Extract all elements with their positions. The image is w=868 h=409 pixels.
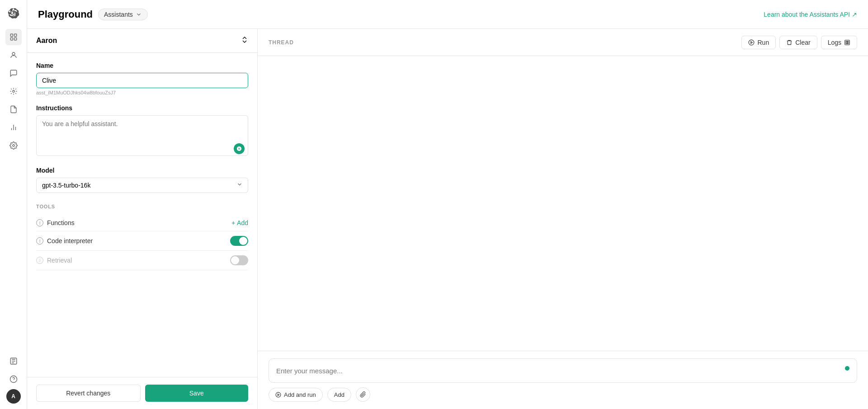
save-button[interactable]: Save xyxy=(145,385,249,402)
name-label: Name xyxy=(36,62,248,69)
attach-icon xyxy=(360,391,366,398)
assistant-header: Aaron xyxy=(27,29,257,53)
sidebar: A xyxy=(0,0,27,409)
sidebar-item-chat[interactable] xyxy=(5,65,22,81)
sidebar-item-docs[interactable] xyxy=(5,353,22,369)
svg-rect-0 xyxy=(10,34,13,36)
add-and-run-label: Add and run xyxy=(284,391,316,398)
add-message-button[interactable]: Add xyxy=(327,388,351,402)
instructions-input[interactable] xyxy=(36,115,248,156)
model-label: Model xyxy=(36,167,248,174)
body-layout: Aaron Name asst_iM1MuODJhks04w8bfouuZsJ7… xyxy=(27,29,868,409)
openai-logo-icon[interactable] xyxy=(5,5,22,22)
code-interpreter-tool-row: i Code interpreter xyxy=(36,231,248,251)
chevron-updown-icon[interactable] xyxy=(241,36,248,45)
sidebar-item-settings[interactable] xyxy=(5,137,22,154)
svg-point-18 xyxy=(276,392,281,397)
add-label: Add xyxy=(237,219,248,226)
retrieval-tool-row: i Retrieval xyxy=(36,251,248,270)
mode-selector[interactable]: Assistants xyxy=(98,9,148,20)
sidebar-item-files[interactable] xyxy=(5,101,22,118)
functions-tool-row: i Functions + Add xyxy=(36,215,248,231)
left-panel: Aaron Name asst_iM1MuODJhks04w8bfouuZsJ7… xyxy=(27,29,258,409)
retrieval-toggle[interactable] xyxy=(230,255,248,265)
top-header: Playground Assistants Learn about the As… xyxy=(27,0,868,29)
code-interpreter-toggle[interactable] xyxy=(230,236,248,246)
logs-label: Logs xyxy=(828,39,841,46)
sidebar-bottom: A xyxy=(5,353,22,404)
code-interpreter-label: Code interpreter xyxy=(47,237,93,244)
svg-marker-14 xyxy=(751,41,753,43)
learn-link-text: Learn about the Assistants API xyxy=(764,11,850,18)
functions-info-icon[interactable]: i xyxy=(36,219,43,226)
user-avatar[interactable]: A xyxy=(6,389,21,404)
clear-label: Clear xyxy=(795,39,810,46)
svg-rect-16 xyxy=(846,41,847,44)
instructions-field-group: Instructions xyxy=(36,104,248,158)
add-run-icon xyxy=(275,392,281,398)
svg-marker-19 xyxy=(278,394,279,395)
functions-tool-left: i Functions xyxy=(36,219,75,226)
sidebar-item-playground[interactable] xyxy=(5,29,22,45)
grammarly-icon[interactable] xyxy=(234,143,245,154)
clear-button[interactable]: Clear xyxy=(779,36,817,49)
left-panel-body: Name asst_iM1MuODJhks04w8bfouuZsJ7 Instr… xyxy=(27,53,257,377)
thread-label: THREAD xyxy=(269,39,294,46)
retrieval-label: Retrieval xyxy=(47,257,72,264)
svg-point-5 xyxy=(12,90,14,93)
add-label: Add xyxy=(334,391,344,398)
tools-label: TOOLS xyxy=(36,204,248,209)
svg-point-11 xyxy=(10,376,17,383)
name-field-group: Name asst_iM1MuODJhks04w8bfouuZsJ7 xyxy=(36,62,248,95)
sidebar-item-assistants[interactable] xyxy=(5,47,22,63)
logs-icon xyxy=(844,39,850,46)
clear-icon xyxy=(786,39,793,46)
plus-icon: + xyxy=(231,219,235,226)
run-button[interactable]: Run xyxy=(741,36,776,49)
retrieval-tool-left: i Retrieval xyxy=(36,257,72,264)
message-box xyxy=(269,358,857,383)
sidebar-item-finetune[interactable] xyxy=(5,83,22,99)
svg-point-9 xyxy=(12,145,14,147)
functions-add-button[interactable]: + Add xyxy=(231,219,248,226)
name-input[interactable] xyxy=(36,73,248,88)
svg-point-13 xyxy=(749,40,755,45)
header-right: Learn about the Assistants API ↗ xyxy=(764,11,857,18)
external-link-icon: ↗ xyxy=(852,11,857,18)
thread-header: THREAD Run Clear Logs xyxy=(258,29,868,56)
sidebar-item-help[interactable] xyxy=(5,371,22,387)
message-actions: Add and run Add xyxy=(269,387,857,402)
assistant-id: asst_iM1MuODJhks04w8bfouuZsJ7 xyxy=(36,90,248,95)
code-interpreter-tool-left: i Code interpreter xyxy=(36,237,93,244)
tools-section: TOOLS i Functions + Add xyxy=(36,204,248,270)
right-panel: THREAD Run Clear Logs xyxy=(258,29,868,409)
revert-changes-button[interactable]: Revert changes xyxy=(36,385,141,402)
functions-label: Functions xyxy=(47,219,75,226)
left-panel-footer: Revert changes Save xyxy=(27,377,257,409)
svg-rect-2 xyxy=(10,38,13,40)
sidebar-item-usage[interactable] xyxy=(5,119,22,136)
thread-body xyxy=(258,56,868,351)
code-interpreter-info-icon[interactable]: i xyxy=(36,237,43,244)
svg-rect-17 xyxy=(848,41,849,44)
mode-label: Assistants xyxy=(104,11,133,18)
run-icon xyxy=(748,39,755,46)
message-input[interactable] xyxy=(276,365,849,376)
add-and-run-button[interactable]: Add and run xyxy=(269,388,323,402)
model-select-wrapper: gpt-3.5-turbo-16k xyxy=(36,178,248,193)
retrieval-info-icon[interactable]: i xyxy=(36,257,43,264)
main-content: Playground Assistants Learn about the As… xyxy=(27,0,868,409)
assistant-name-display: Aaron xyxy=(36,37,57,45)
run-label: Run xyxy=(757,39,769,46)
instructions-wrapper xyxy=(36,115,248,158)
page-title: Playground xyxy=(38,9,93,20)
svg-rect-3 xyxy=(14,38,16,40)
svg-rect-1 xyxy=(14,34,16,36)
attach-button[interactable] xyxy=(356,387,370,402)
logs-button[interactable]: Logs xyxy=(821,36,857,49)
thread-actions: Run Clear Logs xyxy=(741,36,857,49)
message-input-area: Add and run Add xyxy=(258,351,868,409)
learn-api-link[interactable]: Learn about the Assistants API ↗ xyxy=(764,11,857,18)
model-select[interactable]: gpt-3.5-turbo-16k xyxy=(36,178,248,193)
svg-point-4 xyxy=(12,52,15,55)
